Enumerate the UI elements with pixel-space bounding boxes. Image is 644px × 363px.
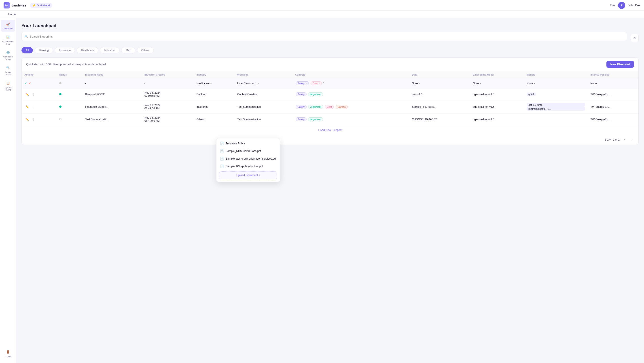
chevron-down-models: ▾ xyxy=(534,82,535,85)
status-cell-2 xyxy=(56,100,82,114)
actions-cell-1: ✏️ ⋮ xyxy=(22,88,56,100)
industry-cell-3: Others xyxy=(194,114,234,125)
edit-button-1[interactable]: ✏️ xyxy=(24,92,30,97)
name-cell-editing: - xyxy=(82,78,142,88)
more-button-1[interactable]: ⋮ xyxy=(31,92,36,97)
tag-safety-1: Safety xyxy=(296,92,306,96)
filter-tab-tmt[interactable]: TMT xyxy=(121,47,135,53)
doc-icon: 📄 xyxy=(220,142,224,145)
models-cell-3 xyxy=(524,114,588,125)
dropdown-item-ipi[interactable]: 📄 Sample_IP&I-policy-booklet.pdf xyxy=(216,162,280,170)
nav-home[interactable]: Home xyxy=(4,12,20,16)
pdf-icon-ipi: 📄 xyxy=(220,165,224,168)
search-icon: 🔍 xyxy=(24,35,28,38)
cancel-button[interactable]: ✕ xyxy=(28,82,31,85)
created-cell-1: Nov 06, 202407:06:55 AM xyxy=(142,88,194,100)
filter-tab-others[interactable]: Others xyxy=(137,47,154,53)
sidebar-item-logout[interactable]: 🚪 Logout xyxy=(1,347,15,360)
industry-cell-1: Banking xyxy=(194,88,234,100)
embedding-cell-3: bge-small-en-v1.5 xyxy=(470,114,524,125)
filter-tab-industrial[interactable]: Industrial xyxy=(100,47,120,53)
edit-button-2[interactable]: ✏️ xyxy=(24,104,30,109)
table-row-2: ✏️ ⋮ Insurance Bluepri... Nov 06, 202406… xyxy=(22,100,638,114)
actions-cell-editing: ✓ ✕ xyxy=(22,78,56,88)
name-cell-3: Text Summarizatio... xyxy=(82,114,142,125)
col-data: Data xyxy=(409,71,470,78)
workload-value: User Recomm... xyxy=(237,82,257,85)
sidebar-label-optimization-hub: Optimization Hub xyxy=(2,40,14,45)
sidebar-item-command-center[interactable]: ⚙️ Command Center xyxy=(1,48,15,62)
tag-cost: Cost × xyxy=(310,81,322,85)
industry-cell-editing[interactable]: Healthcare ▾ xyxy=(194,78,234,88)
scan-icon: 🔍 xyxy=(5,65,11,70)
controls-cell-editing: Safety × Cost × ▾ xyxy=(292,78,409,88)
filter-tabs: All Banking Insurance Healthcare Industr… xyxy=(22,47,639,53)
tag-cost-2: Cost xyxy=(325,105,334,109)
add-new-blueprint-row[interactable]: + Add New Blueprint xyxy=(22,125,638,135)
dropdown-item-nhs[interactable]: 📄 Sample_NHS-Covid-Pass.pdf xyxy=(216,147,280,155)
filter-tab-all[interactable]: All xyxy=(22,47,33,53)
controls-cell-2: Safety Alignment Cost Carbon xyxy=(292,100,409,114)
tag-alignment-2: Alignment xyxy=(308,105,323,109)
dropdown-item-ach[interactable]: 📄 Sample_ach-credit-origination-services… xyxy=(216,155,280,162)
prev-page-button[interactable]: ‹ xyxy=(622,137,627,142)
table-row-editing: ✓ ✕ - - xyxy=(22,78,638,88)
col-industry: Industry xyxy=(194,71,234,78)
filter-button[interactable]: ⚙ xyxy=(630,34,639,42)
col-models: Models xyxy=(524,71,588,78)
top-bar: tw trustwise ⚡ Optimize.ai Free P John D… xyxy=(0,0,644,11)
sidebar-item-optimization-hub[interactable]: 📊 Optimization Hub xyxy=(1,33,15,47)
col-embedding-model: Embedding Model xyxy=(470,71,524,78)
blueprint-panel: Quickstart with 100+ live optimized ai b… xyxy=(22,57,639,145)
remove-safety-icon[interactable]: × xyxy=(306,82,307,85)
sidebar-item-scans-details[interactable]: 🔍 Scans Details xyxy=(1,63,15,78)
dropdown-item-trustwise-policy[interactable]: 📄 Trustwise Policy xyxy=(216,140,280,147)
edit-button-3[interactable]: ✏️ xyxy=(24,117,30,122)
workload-cell-1: Content Creation xyxy=(234,88,292,100)
policies-cell-editing: None xyxy=(588,78,639,88)
filter-tab-insurance[interactable]: Insurance xyxy=(55,47,75,53)
chevron-down-icon: ▾ xyxy=(210,82,212,85)
chevron-down-icon-2: ▾ xyxy=(258,82,259,85)
pagination-range[interactable]: 1-2 ▾ xyxy=(605,138,611,141)
status-dot-green-1 xyxy=(59,93,62,95)
controls-cell-3: Safety Alignment xyxy=(292,114,409,125)
user-section: Free P John Doe xyxy=(610,2,640,9)
data-cell-editing[interactable]: None ▾ xyxy=(409,78,470,88)
free-badge: Free xyxy=(610,4,616,7)
policies-cell-1: TW-Energy-En... xyxy=(588,88,639,100)
col-controls: Controls xyxy=(292,71,409,78)
sidebar: 🚀 Launchpad 📊 Optimization Hub ⚙️ Comman… xyxy=(0,18,16,363)
chevron-down-data: ▾ xyxy=(419,82,420,85)
new-blueprint-button[interactable]: New Blueprint xyxy=(606,61,634,68)
models-cell-editing[interactable]: None ▾ xyxy=(524,78,588,88)
workload-cell-editing[interactable]: User Recomm... ▾ xyxy=(234,78,292,88)
rocket-icon: 🚀 xyxy=(5,21,11,27)
tag-alignment-1: Alignment xyxy=(308,92,323,96)
remove-cost-icon[interactable]: × xyxy=(319,82,320,85)
embedding-cell-editing[interactable]: None ▾ xyxy=(470,78,524,88)
upload-doc-label: Upload Document + xyxy=(236,174,260,177)
sidebar-label-logout: Logout xyxy=(5,355,11,358)
next-page-button[interactable]: › xyxy=(630,137,635,142)
sidebar-label-scans-details: Scans Details xyxy=(2,71,14,76)
sidebar-item-logs-tracing[interactable]: 📋 Logs and Tracing xyxy=(1,79,15,93)
more-button-3[interactable]: ⋮ xyxy=(31,117,36,122)
status-cell-3 xyxy=(56,114,82,125)
tag-safety: Safety × xyxy=(296,81,309,85)
chevron-down-controls[interactable]: ▾ xyxy=(323,81,324,86)
list-icon: 📋 xyxy=(5,80,11,86)
col-status: Status xyxy=(56,71,82,78)
filter-tab-banking[interactable]: Banking xyxy=(35,47,53,53)
confirm-button[interactable]: ✓ xyxy=(24,82,27,85)
sidebar-item-launchpad[interactable]: 🚀 Launchpad xyxy=(1,20,15,32)
upload-document-button[interactable]: Upload Document + xyxy=(219,171,277,179)
optimize-label: Optimize.ai xyxy=(37,4,50,7)
status-dot-green-2 xyxy=(59,105,62,108)
search-input[interactable] xyxy=(30,35,624,38)
filter-tab-healthcare[interactable]: Healthcare xyxy=(77,47,98,53)
grid-icon: ⚙️ xyxy=(5,50,11,55)
more-button-2[interactable]: ⋮ xyxy=(31,104,36,109)
data-cell-1: |-en-v1.5 xyxy=(409,88,470,100)
data-dropdown: 📄 Trustwise Policy 📄 Sample_NHS-Covid-Pa… xyxy=(216,138,280,182)
